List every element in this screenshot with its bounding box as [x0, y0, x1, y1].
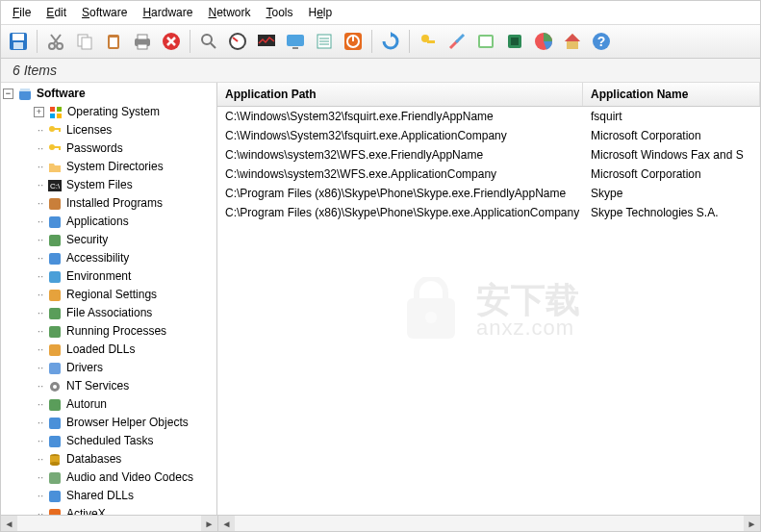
tree-item-shared-dlls[interactable]: ··Shared DLLs: [1, 487, 216, 505]
search-icon[interactable]: [195, 28, 222, 55]
monitor-icon[interactable]: [253, 28, 280, 55]
box-icon: [47, 196, 63, 212]
copy-icon[interactable]: [71, 28, 98, 55]
tree-connector: ··: [34, 195, 47, 212]
tree-item-system-directories[interactable]: ··System Directories: [1, 158, 216, 176]
tree-item-passwords[interactable]: ··Passwords: [1, 139, 216, 158]
list-row[interactable]: C:\Program Files (x86)\Skype\Phone\Skype…: [217, 203, 760, 222]
cell-path: C:\Windows\System32\fsquirt.exe.Friendly…: [217, 109, 583, 124]
tree-root-software[interactable]: − Software: [1, 85, 216, 103]
bho-icon: [47, 416, 63, 431]
col-header-name[interactable]: Application Name: [583, 83, 760, 106]
svg-rect-59: [49, 308, 61, 319]
tree-item-security[interactable]: ··Security: [1, 231, 216, 249]
tree-item-label: Security: [66, 232, 108, 248]
tree-item-installed-programs[interactable]: ··Installed Programs: [1, 194, 216, 213]
svg-rect-73: [49, 509, 61, 516]
home-icon[interactable]: [559, 28, 586, 55]
tree-item-audio-and-video-codecs[interactable]: ··Audio and Video Codecs: [1, 469, 216, 487]
tree-item-label: Operating System: [67, 104, 160, 120]
menu-software[interactable]: Software: [74, 3, 135, 22]
svg-rect-67: [49, 436, 61, 447]
scroll-left-icon[interactable]: ◄: [218, 516, 235, 531]
tree-item-system-files[interactable]: ··C:\System Files: [1, 176, 216, 194]
tree-item-autorun[interactable]: ··Autorun: [1, 395, 216, 414]
tree-item-nt-services[interactable]: ··NT Services: [1, 377, 216, 395]
tree-item-browser-helper-objects[interactable]: ··Browser Helper Objects: [1, 414, 216, 432]
tools-icon[interactable]: [444, 28, 470, 55]
key-icon: [47, 123, 63, 139]
tree-pane[interactable]: − Software +Operating System··Licenses··…: [1, 83, 217, 515]
tree-item-drivers[interactable]: ··Drivers: [1, 359, 216, 377]
list-row[interactable]: C:\windows\system32\WFS.exe.FriendlyAppN…: [217, 145, 760, 165]
svg-point-13: [202, 35, 212, 44]
menu-hardware[interactable]: Hardware: [135, 3, 200, 22]
pkey-icon: [47, 141, 63, 157]
svg-rect-53: [49, 198, 61, 210]
cut-icon[interactable]: [42, 28, 69, 55]
tree-connector: ··: [34, 232, 47, 248]
scroll-left-icon[interactable]: ◄: [1, 516, 17, 531]
tree-item-licenses[interactable]: ··Licenses: [1, 121, 216, 139]
tree-hscroll[interactable]: ◄ ►: [1, 515, 217, 531]
list-body[interactable]: 安下载 anxz.com C:\Windows\System32\fsquirt…: [217, 107, 760, 515]
list-row[interactable]: C:\Windows\System32\fsquirt.exe.Friendly…: [217, 107, 760, 126]
menu-help[interactable]: Help: [301, 3, 341, 22]
help-icon[interactable]: ?: [588, 28, 615, 55]
collapse-icon[interactable]: −: [3, 89, 13, 99]
menu-tools[interactable]: Tools: [258, 3, 300, 22]
chip-icon[interactable]: [501, 28, 528, 55]
refresh-icon[interactable]: [377, 28, 404, 55]
tree-item-activex[interactable]: ··ActiveX: [1, 505, 216, 515]
tree-connector: ··: [34, 360, 47, 376]
tree-connector: ··: [34, 214, 47, 230]
svg-rect-33: [511, 38, 519, 45]
tree-item-operating-system[interactable]: +Operating System: [1, 103, 216, 121]
gauge-icon[interactable]: [224, 28, 251, 55]
save-icon[interactable]: [5, 28, 32, 55]
paste-icon[interactable]: [100, 28, 127, 55]
tree-item-running-processes[interactable]: ··Running Processes: [1, 322, 216, 341]
svg-point-64: [53, 385, 57, 389]
key-icon[interactable]: [415, 28, 442, 55]
tree-item-label: Databases: [66, 451, 121, 468]
tree-connector: ··: [34, 250, 47, 266]
scroll-right-icon[interactable]: ►: [744, 516, 760, 531]
svg-point-3: [49, 43, 55, 49]
close-icon[interactable]: [158, 28, 185, 55]
list-row[interactable]: C:\Program Files (x86)\Skype\Phone\Skype…: [217, 184, 760, 203]
scroll-right-icon[interactable]: ►: [201, 516, 217, 531]
power-icon[interactable]: [340, 28, 367, 55]
menu-file[interactable]: File: [5, 3, 38, 22]
menu-edit[interactable]: Edit: [38, 3, 74, 22]
list-icon[interactable]: [311, 28, 338, 55]
cell-path: C:\windows\system32\WFS.exe.FriendlyAppN…: [217, 147, 583, 163]
menu-network[interactable]: Network: [200, 3, 258, 22]
display-icon[interactable]: [282, 28, 309, 55]
program-icon[interactable]: [472, 28, 499, 55]
expand-icon[interactable]: +: [34, 107, 44, 117]
folder-icon: [47, 160, 63, 175]
tree-item-label: File Associations: [66, 305, 152, 321]
tree-item-label: System Directories: [66, 159, 164, 175]
tree-item-environment[interactable]: ··Environment: [1, 267, 216, 286]
tree-item-accessibility[interactable]: ··Accessibility: [1, 249, 216, 267]
tree-item-regional-settings[interactable]: ··Regional Settings: [1, 286, 216, 304]
list-row[interactable]: C:\Windows\System32\fsquirt.exe.Applicat…: [217, 126, 760, 145]
tree-item-loaded-dlls[interactable]: ··Loaded DLLs: [1, 341, 216, 359]
sched-icon: [47, 434, 63, 449]
svg-rect-31: [480, 37, 492, 46]
codec-icon: [47, 470, 63, 486]
tree-item-databases[interactable]: ··Databases: [1, 450, 216, 469]
cell-path: C:\Program Files (x86)\Skype\Phone\Skype…: [217, 205, 583, 220]
print-icon[interactable]: [129, 28, 156, 55]
tree-connector: ··: [34, 140, 47, 157]
list-row[interactable]: C:\windows\system32\WFS.exe.ApplicationC…: [217, 165, 760, 184]
tree-item-file-associations[interactable]: ··File Associations: [1, 304, 216, 322]
col-header-path[interactable]: Application Path: [217, 83, 583, 106]
tree-item-scheduled-tasks[interactable]: ··Scheduled Tasks: [1, 432, 216, 450]
list-hscroll[interactable]: ◄ ►: [218, 515, 760, 531]
chart-icon[interactable]: [530, 28, 557, 55]
tree-item-applications[interactable]: ··Applications: [1, 213, 216, 231]
cmd-icon: C:\: [47, 178, 63, 193]
